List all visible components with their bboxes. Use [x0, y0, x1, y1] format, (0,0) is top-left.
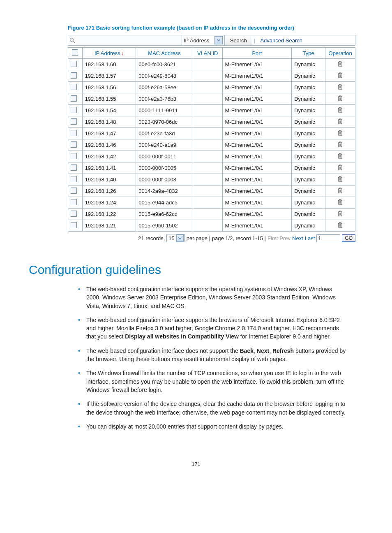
cell-ip: 192.168.1.22: [82, 209, 136, 220]
pager-prev: Prev: [279, 235, 291, 241]
table-row: 192.168.1.6000e0-fc00-3621M-Ethernet1/0/…: [68, 59, 355, 70]
per-page-select[interactable]: 15: [166, 234, 184, 242]
trash-icon[interactable]: [337, 222, 343, 228]
cell-vlan: [193, 220, 222, 232]
cell-operation: [325, 93, 355, 105]
cell-mac: 0014-2a9a-4832: [136, 185, 193, 197]
search-field-select[interactable]: IP Address: [182, 35, 225, 45]
table-row: 192.168.1.55000f-e2a3-76b3M-Ethernet1/0/…: [68, 93, 355, 105]
table-row: 192.168.1.240015-e944-adc5M-Ethernet1/0/…: [68, 197, 355, 209]
col-header-mac[interactable]: MAC Address: [136, 48, 193, 59]
row-checkbox[interactable]: [68, 105, 83, 116]
row-checkbox[interactable]: [68, 197, 83, 209]
chevron-down-icon[interactable]: [176, 234, 184, 242]
pager-last[interactable]: Last: [305, 235, 315, 241]
trash-icon[interactable]: [337, 187, 343, 194]
cell-ip: 192.168.1.60: [82, 59, 136, 70]
row-checkbox[interactable]: [68, 185, 83, 197]
trash-icon[interactable]: [337, 210, 343, 217]
col-header-operation: Operation: [325, 48, 355, 59]
list-item: The Windows firewall limits the number o…: [78, 369, 363, 400]
cell-type: Dynamic: [292, 162, 325, 174]
cell-ip: 192.168.1.46: [82, 139, 136, 151]
figure-caption: Figure 171 Basic sorting function exampl…: [68, 25, 363, 31]
cell-vlan: [193, 185, 222, 197]
cell-operation: [325, 70, 355, 82]
row-checkbox[interactable]: [68, 209, 83, 220]
cell-operation: [325, 162, 355, 174]
trash-icon[interactable]: [337, 95, 343, 102]
row-checkbox[interactable]: [68, 116, 83, 128]
svg-point-0: [70, 38, 74, 42]
trash-icon[interactable]: [337, 72, 343, 79]
cell-vlan: [193, 70, 222, 82]
cell-vlan: [193, 174, 222, 185]
cell-type: Dynamic: [292, 139, 325, 151]
search-input[interactable]: [76, 36, 182, 45]
cell-operation: [325, 105, 355, 116]
cell-port: M-Ethernet1/0/1: [222, 116, 292, 128]
cell-type: Dynamic: [292, 185, 325, 197]
trash-icon[interactable]: [337, 153, 343, 159]
go-button[interactable]: GO: [342, 234, 355, 242]
row-checkbox[interactable]: [68, 220, 83, 232]
trash-icon[interactable]: [337, 107, 343, 113]
table-row: 192.168.1.480023-8970-06dcM-Ethernet1/0/…: [68, 116, 355, 128]
trash-icon[interactable]: [337, 141, 343, 148]
row-checkbox[interactable]: [68, 70, 83, 82]
chevron-down-icon[interactable]: [214, 36, 223, 44]
row-checkbox[interactable]: [68, 162, 83, 174]
cell-port: M-Ethernet1/0/1: [222, 185, 292, 197]
cell-operation: [325, 82, 355, 93]
row-checkbox[interactable]: [68, 82, 83, 93]
cell-operation: [325, 185, 355, 197]
pager: 21 records, 15 per page | page 1/2, reco…: [68, 234, 355, 242]
cell-mac: 000f-e26a-58ee: [136, 82, 193, 93]
table-row: 192.168.1.400000-000f-0008M-Ethernet1/0/…: [68, 174, 355, 185]
cell-port: M-Ethernet1/0/1: [222, 174, 292, 185]
cell-type: Dynamic: [292, 105, 325, 116]
trash-icon[interactable]: [337, 130, 343, 136]
col-header-ip[interactable]: IP Address↓: [82, 48, 136, 59]
cell-mac: 0000-1111-9911: [136, 105, 193, 116]
cell-ip: 192.168.1.26: [82, 185, 136, 197]
cell-ip: 192.168.1.54: [82, 105, 136, 116]
row-checkbox[interactable]: [68, 59, 83, 70]
trash-icon[interactable]: [337, 83, 343, 90]
header-checkbox[interactable]: [68, 48, 83, 59]
search-bar: IP Address Search | Advanced Search: [68, 35, 355, 46]
col-header-vlan[interactable]: VLAN ID: [193, 48, 222, 59]
advanced-search-link[interactable]: Advanced Search: [257, 36, 306, 45]
cell-port: M-Ethernet1/0/1: [222, 70, 292, 82]
guidelines-list: The web-based configuration interface su…: [78, 285, 363, 436]
col-header-port[interactable]: Port: [222, 48, 292, 59]
cell-mac: 000f-e23e-fa3d: [136, 128, 193, 139]
search-button[interactable]: Search: [225, 36, 252, 45]
row-checkbox[interactable]: [68, 139, 83, 151]
row-checkbox[interactable]: [68, 151, 83, 162]
cell-operation: [325, 116, 355, 128]
trash-icon[interactable]: [337, 118, 343, 125]
table-row: 192.168.1.410000-000f-0005M-Ethernet1/0/…: [68, 162, 355, 174]
section-heading: Configuration guidelines: [29, 263, 363, 277]
table-row: 192.168.1.46000f-e240-a1a9M-Ethernet1/0/…: [68, 139, 355, 151]
col-header-type[interactable]: Type: [292, 48, 325, 59]
cell-ip: 192.168.1.47: [82, 128, 136, 139]
row-checkbox[interactable]: [68, 128, 83, 139]
trash-icon[interactable]: [337, 164, 343, 171]
trash-icon[interactable]: [337, 176, 343, 182]
pager-next[interactable]: Next: [292, 235, 303, 241]
page-number-input[interactable]: [316, 234, 340, 242]
table-row: 192.168.1.56000f-e26a-58eeM-Ethernet1/0/…: [68, 82, 355, 93]
row-checkbox[interactable]: [68, 174, 83, 185]
sort-desc-icon: ↓: [121, 50, 124, 56]
row-checkbox[interactable]: [68, 93, 83, 105]
cell-vlan: [193, 151, 222, 162]
table-row: 192.168.1.420000-000f-0011M-Ethernet1/0/…: [68, 151, 355, 162]
cell-vlan: [193, 105, 222, 116]
pager-first: First: [267, 235, 278, 241]
trash-icon[interactable]: [337, 60, 343, 67]
trash-icon[interactable]: [337, 199, 343, 205]
cell-mac: 000f-e240-a1a9: [136, 139, 193, 151]
cell-type: Dynamic: [292, 220, 325, 232]
